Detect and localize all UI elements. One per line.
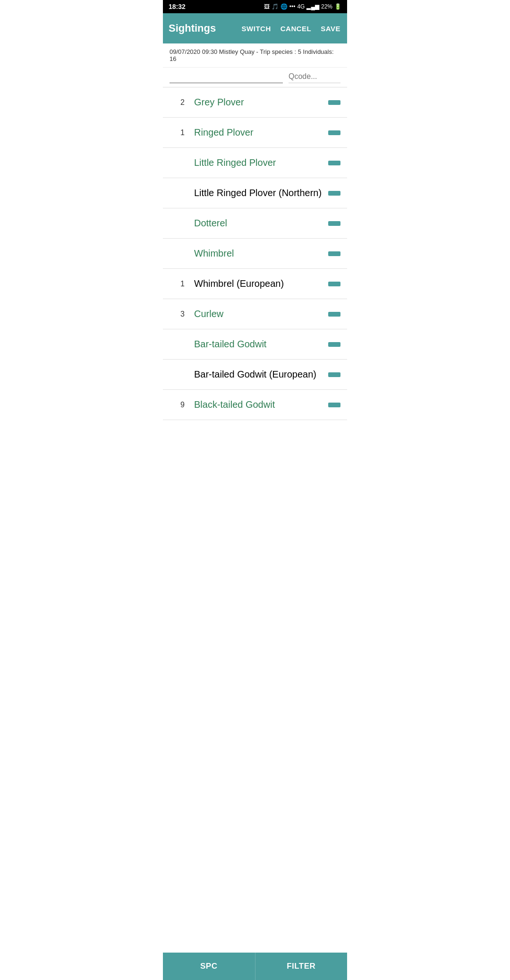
- data-icon: 🌐: [280, 3, 288, 10]
- species-list: 2Grey Plover1Ringed PloverLittle Ringed …: [163, 87, 347, 420]
- cancel-button[interactable]: CANCEL: [280, 23, 313, 34]
- trip-info-text: 09/07/2020 09:30 Mistley Quay - Trip spe…: [170, 48, 334, 62]
- species-search-input[interactable]: [170, 72, 283, 83]
- status-icons: 🖼 🎵 🌐 ••• 4G ▂▄▆ 22% 🔋: [264, 3, 341, 10]
- species-name: Black-tailed Godwit: [194, 399, 324, 410]
- filter-button[interactable]: FILTER: [255, 953, 348, 980]
- spc-button[interactable]: SPC: [163, 953, 255, 980]
- species-indicator-icon: [328, 403, 340, 407]
- species-list-item[interactable]: Dotterel: [163, 208, 347, 239]
- bottom-bar: SPC FILTER: [163, 953, 347, 980]
- species-name: Curlew: [194, 309, 324, 319]
- species-indicator-icon: [328, 130, 340, 135]
- species-indicator-icon: [328, 161, 340, 165]
- species-list-item[interactable]: 1Ringed Plover: [163, 118, 347, 148]
- search-row: [163, 68, 347, 87]
- species-list-item[interactable]: 9Black-tailed Godwit: [163, 390, 347, 420]
- more-icon: •••: [289, 3, 296, 10]
- save-button[interactable]: SAVE: [320, 23, 341, 34]
- audio-icon: 🎵: [272, 3, 279, 10]
- species-name: Bar-tailed Godwit: [194, 339, 324, 350]
- species-list-item[interactable]: 1Whimbrel (European): [163, 269, 347, 299]
- app-header: Sightings SWITCH CANCEL SAVE: [163, 13, 347, 43]
- species-list-item[interactable]: Little Ringed Plover (Northern): [163, 178, 347, 208]
- species-name: Grey Plover: [194, 97, 324, 108]
- species-count: 1: [170, 129, 185, 137]
- species-indicator-icon: [328, 221, 340, 226]
- qcode-input[interactable]: [289, 72, 340, 83]
- species-count: 1: [170, 280, 185, 288]
- trip-info: 09/07/2020 09:30 Mistley Quay - Trip spe…: [163, 43, 347, 68]
- species-name: Whimbrel: [194, 248, 324, 259]
- signal-bars-icon: ▂▄▆: [306, 3, 319, 10]
- species-list-item[interactable]: 3Curlew: [163, 299, 347, 329]
- species-name: Whimbrel (European): [194, 278, 324, 289]
- species-indicator-icon: [328, 100, 340, 105]
- species-indicator-icon: [328, 251, 340, 256]
- species-indicator-icon: [328, 372, 340, 377]
- species-list-item[interactable]: Whimbrel: [163, 239, 347, 269]
- species-count: 9: [170, 401, 185, 409]
- species-list-item[interactable]: Bar-tailed Godwit: [163, 329, 347, 360]
- battery-icon: 🔋: [334, 3, 341, 10]
- app-title: Sightings: [169, 22, 241, 34]
- species-indicator-icon: [328, 191, 340, 196]
- species-name: Bar-tailed Godwit (European): [194, 369, 324, 380]
- species-name: Dotterel: [194, 218, 324, 229]
- species-indicator-icon: [328, 342, 340, 347]
- status-bar: 18:32 🖼 🎵 🌐 ••• 4G ▂▄▆ 22% 🔋: [163, 0, 347, 13]
- species-list-item[interactable]: Bar-tailed Godwit (European): [163, 360, 347, 390]
- species-count: 2: [170, 98, 185, 107]
- battery-label: 22%: [321, 3, 332, 10]
- species-name: Little Ringed Plover (Northern): [194, 188, 324, 198]
- species-indicator-icon: [328, 282, 340, 286]
- header-actions: SWITCH CANCEL SAVE: [241, 23, 341, 34]
- species-name: Ringed Plover: [194, 127, 324, 138]
- species-indicator-icon: [328, 312, 340, 317]
- species-count: 3: [170, 310, 185, 318]
- species-list-item[interactable]: Little Ringed Plover: [163, 148, 347, 178]
- species-list-container: 2Grey Plover1Ringed PloverLittle Ringed …: [163, 87, 347, 953]
- switch-button[interactable]: SWITCH: [241, 23, 272, 34]
- gallery-icon: 🖼: [264, 3, 270, 10]
- signal-label: 4G: [297, 3, 305, 10]
- species-name: Little Ringed Plover: [194, 157, 324, 168]
- status-time: 18:32: [169, 3, 186, 10]
- species-list-item[interactable]: 2Grey Plover: [163, 87, 347, 118]
